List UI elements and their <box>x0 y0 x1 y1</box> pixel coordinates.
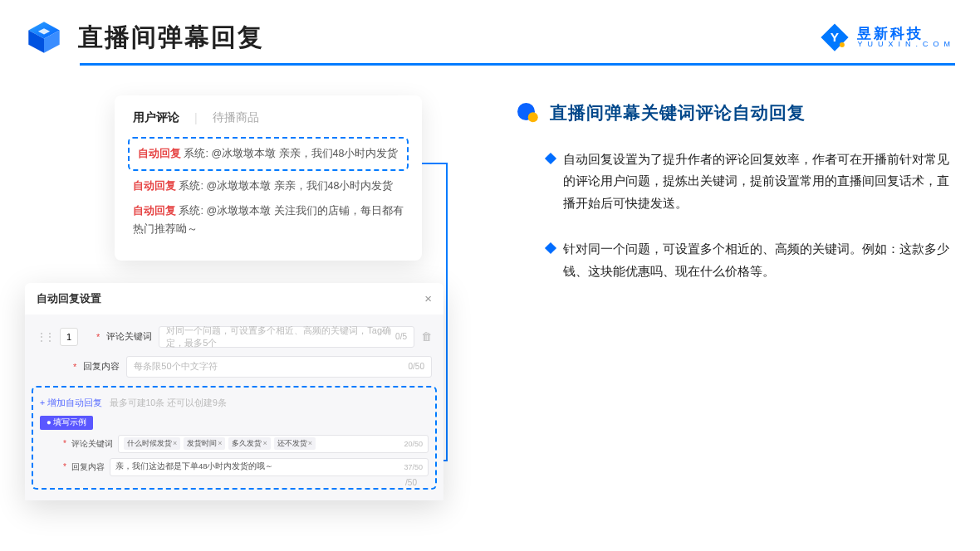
required-star: * <box>73 362 76 372</box>
example-highlight: + 增加自动回复 最多可建10条 还可以创建9条 ● 填写示例 * 评论关键词 … <box>32 386 437 490</box>
rule-index: 1 <box>60 328 78 346</box>
delete-icon[interactable]: 🗑 <box>421 330 432 343</box>
content-input[interactable]: 每条限50个中文字符 0/50 <box>126 356 432 378</box>
comment-body: 系统: @冰墩墩本墩 亲亲，我们48小时内发货 <box>179 180 393 192</box>
highlighted-comment: 自动回复 系统: @冰墩墩本墩 亲亲，我们48小时内发货 <box>128 137 409 172</box>
chip: 还不发货× <box>274 437 316 450</box>
bullet-text: 针对同一个问题，可设置多个相近的、高频的关键词。例如：这款多少钱、这块能优惠吗、… <box>563 238 953 283</box>
bullet-text: 自动回复设置为了提升作者的评论回复效率，作者可在开播前针对常见的评论用户问题，提… <box>563 149 953 215</box>
tab-pending-products[interactable]: 待播商品 <box>213 110 259 125</box>
cube-icon <box>25 18 63 56</box>
required-star: * <box>63 439 66 448</box>
page-title: 直播间弹幕回复 <box>78 21 264 55</box>
required-star: * <box>96 332 100 342</box>
auto-reply-tag: 自动回复 <box>133 205 176 217</box>
rule-row-content: * 回复内容 每条限50个中文字符 0/50 <box>73 356 432 378</box>
keyword-count: 0/5 <box>395 332 407 341</box>
example-badge: ● 填写示例 <box>40 416 93 430</box>
keyword-label: 评论关键词 <box>106 330 152 343</box>
tab-divider: | <box>194 111 198 124</box>
example-content-count: 37/50 <box>404 463 423 471</box>
comment-row: 自动回复 系统: @冰墩墩本墩 亲亲，我们48小时内发货 <box>128 174 409 199</box>
add-auto-reply-link[interactable]: + 增加自动回复 <box>40 397 102 407</box>
auto-reply-tag: 自动回复 <box>133 180 176 192</box>
section-title: 直播间弹幕关键词评论自动回复 <box>550 101 806 124</box>
drag-handle-icon[interactable]: ⋮⋮ <box>37 331 53 343</box>
add-hint: 最多可建10条 还可以创建9条 <box>110 397 227 407</box>
required-star: * <box>63 462 66 471</box>
svg-text:Y: Y <box>831 30 840 44</box>
comments-panel: 用户评论 | 待播商品 自动回复 系统: @冰墩墩本墩 亲亲，我们48小时内发货… <box>115 95 422 261</box>
dialog-title: 自动回复设置 <box>37 291 101 306</box>
example-kw-label: 评论关键词 <box>71 438 113 450</box>
brand-name-cn: 昱新科技 <box>857 27 955 41</box>
example-content-label: 回复内容 <box>71 461 105 473</box>
svg-point-8 <box>528 112 538 122</box>
close-icon[interactable]: × <box>424 291 432 305</box>
diamond-icon <box>545 242 556 254</box>
svg-point-6 <box>840 42 845 47</box>
rule-row-keyword: ⋮⋮ 1 * 评论关键词 对同一个问题，可设置多个相近、高频的关键词，Tag确定… <box>37 326 432 348</box>
content-count: 0/50 <box>409 362 424 371</box>
section-bullet-icon <box>515 100 540 125</box>
example-keyword-row: * 评论关键词 什么时候发货× 发货时间× 多久发货× 还不发货× 20/50 <box>63 435 429 453</box>
content-label: 回复内容 <box>83 360 120 373</box>
comment-body: 系统: @冰墩墩本墩 亲亲，我们48小时内发货 <box>184 148 398 159</box>
chip: 发货时间× <box>184 437 225 450</box>
example-content-row: * 回复内容 亲，我们这边都是下单48小时内发货的哦～ 37/50 <box>63 458 429 476</box>
comment-row: 自动回复 系统: @冰墩墩本墩 关注我们的店铺，每日都有热门推荐呦～ <box>128 199 409 242</box>
dialog-footer-count: /50 <box>37 478 432 487</box>
example-content-text: 亲，我们这边都是下单48小时内发货的哦～ <box>115 461 274 472</box>
example-kw-input[interactable]: 什么时候发货× 发货时间× 多久发货× 还不发货× 20/50 <box>118 435 429 453</box>
brand-logo-icon: Y <box>819 22 850 53</box>
diamond-icon <box>545 152 556 163</box>
chip: 什么时候发货× <box>124 437 180 450</box>
keyword-input[interactable]: 对同一个问题，可设置多个相近、高频的关键词，Tag确定，最多5个 0/5 <box>159 326 414 348</box>
tab-user-comments[interactable]: 用户评论 <box>133 110 179 125</box>
example-content-input[interactable]: 亲，我们这边都是下单48小时内发货的哦～ 37/50 <box>110 458 429 476</box>
bullet-item: 针对同一个问题，可设置多个相近的、高频的关键词。例如：这款多少钱、这块能优惠吗、… <box>515 238 955 283</box>
brand-name-en: YUUXIN.COM <box>857 41 955 48</box>
chip: 多久发货× <box>228 437 270 450</box>
auto-reply-settings-dialog: 自动回复设置 × ⋮⋮ 1 * 评论关键词 对同一个问题，可设置多个相近、高频的… <box>25 283 443 500</box>
keyword-placeholder: 对同一个问题，可设置多个相近、高频的关键词，Tag确定，最多5个 <box>166 324 395 349</box>
comment-row: 自动回复 系统: @冰墩墩本墩 亲亲，我们48小时内发货 <box>133 142 404 167</box>
example-kw-count: 20/50 <box>404 440 423 448</box>
content-placeholder: 每条限50个中文字符 <box>134 360 217 373</box>
auto-reply-tag: 自动回复 <box>138 148 181 159</box>
bullet-item: 自动回复设置为了提升作者的评论回复效率，作者可在开播前针对常见的评论用户问题，提… <box>515 149 955 215</box>
brand-block: Y 昱新科技 YUUXIN.COM <box>819 22 955 53</box>
